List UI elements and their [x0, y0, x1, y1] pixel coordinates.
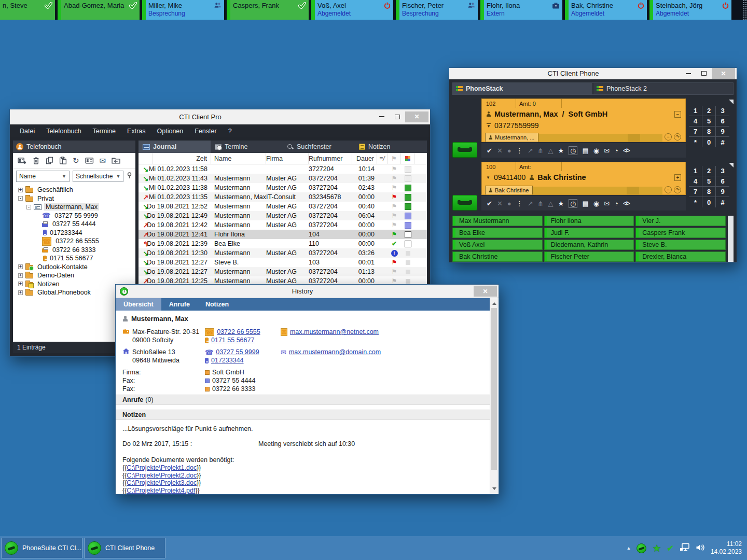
email-icon[interactable]: ✉ — [100, 157, 106, 164]
expand-icon[interactable]: + — [18, 273, 23, 278]
email-link[interactable]: max.mustermann@netnet.com — [290, 328, 379, 336]
key-1[interactable]: 1 — [689, 106, 702, 116]
col-rufnummer[interactable]: Rufnummer — [309, 153, 352, 164]
tray-network-icon[interactable] — [680, 543, 690, 553]
maximize-button[interactable] — [390, 111, 405, 122]
key-#[interactable]: # — [716, 137, 729, 147]
contact-card-icon[interactable]: ▤ — [582, 200, 588, 207]
tray-check-icon[interactable]: ✔ — [667, 543, 674, 553]
journal-row[interactable]: ↗Mi 01.02.2023 11:35Mustermann, MaxIT-Co… — [139, 192, 427, 202]
tree-item[interactable]: +Demo-Daten — [13, 271, 135, 280]
key-#[interactable]: # — [716, 197, 729, 207]
accept-icon[interactable]: ✔ — [487, 147, 492, 155]
clock[interactable]: 11:02 14.02.2023 — [711, 540, 742, 556]
phone-number-link[interactable]: 017233344 — [211, 356, 244, 365]
col-dauer[interactable]: Dauer — [352, 153, 377, 164]
taskbar-button[interactable]: CTI Client Phone — [84, 538, 165, 558]
scroll-up-icon[interactable] — [490, 299, 499, 307]
pin-icon[interactable] — [127, 172, 132, 180]
redirect-call-button[interactable]: ↷ — [674, 186, 681, 193]
phone-number-link[interactable]: 0171 55 56677 — [211, 336, 254, 344]
presence-tile[interactable]: Miller, MikeBesprechung — [142, 0, 224, 20]
key-7[interactable]: 7 — [689, 187, 702, 197]
menu-item-telefonbuch[interactable]: Telefonbuch — [40, 128, 87, 135]
key-5[interactable]: 5 — [702, 116, 716, 127]
menu-item-?[interactable]: ? — [223, 128, 238, 135]
more-icon[interactable]: ⋮ — [516, 200, 523, 207]
minimize-button[interactable] — [681, 68, 696, 79]
tab-anrufe[interactable]: Anrufe — [161, 298, 198, 311]
tab-journal[interactable]: Journal — [139, 141, 211, 153]
contact-tile[interactable]: Judi F. — [544, 228, 634, 238]
history-icon[interactable]: ◔ — [614, 147, 618, 155]
tree-item[interactable]: 03722 66 3333 — [13, 246, 135, 255]
collapse-icon[interactable]: - — [18, 196, 23, 201]
minimize-call-button[interactable]: − — [665, 133, 672, 141]
code-icon[interactable]: </> — [623, 200, 630, 206]
history-titlebar[interactable]: History ✕ — [116, 285, 499, 298]
tray-volume-icon[interactable] — [696, 543, 705, 553]
tree-item[interactable]: 017233344 — [13, 229, 135, 237]
col-notes-icon[interactable]: ≡/ — [377, 153, 388, 164]
tab-notizen[interactable]: Notizen — [355, 141, 427, 153]
journal-row[interactable]: ↘Do 19.08.2021 12:52MustermannMuster AG0… — [139, 202, 427, 211]
col-zeit[interactable]: Zeit — [153, 153, 211, 164]
call-context-tab[interactable]: Mustermann, ... — [485, 133, 538, 142]
journal-row[interactable]: ↘Mi 01.02.2023 11:43MustermannMuster AG0… — [139, 174, 427, 183]
journal-row[interactable]: ↰Do 19.08.2021 12:39Bea Elke11000:00✔ — [139, 239, 427, 248]
tab-termine[interactable]: Termine — [211, 141, 283, 153]
contact-tile[interactable]: Bea Elke — [452, 228, 543, 238]
document-link[interactable]: C:\Projekte\Projekt3.doc — [127, 479, 197, 486]
menu-item-extras[interactable]: Extras — [121, 128, 151, 135]
key-8[interactable]: 8 — [702, 187, 716, 197]
key-9[interactable]: 9 — [716, 127, 729, 137]
col-category-icon[interactable] — [401, 153, 414, 164]
document-link[interactable]: C:\Projekte\Projekt4.pdf — [127, 487, 195, 494]
document-link[interactable]: C:\Projekte\Projekt2.doc — [127, 472, 197, 479]
collapse-call-button[interactable]: − — [674, 111, 681, 118]
phone-number-link[interactable]: 03722 66 5555 — [217, 328, 260, 336]
col-direction[interactable] — [139, 153, 153, 164]
journal-row[interactable]: ↘Mi 01.02.2023 11:38MustermannMuster AG0… — [139, 183, 427, 192]
presence-tile[interactable]: Voß, AxelAbgemeldet — [311, 0, 393, 20]
journal-row[interactable]: ↘Do 19.08.2021 12:30MustermannMuster AG0… — [139, 248, 427, 258]
tree-item[interactable]: 03727 55 9999 — [13, 212, 135, 220]
contact-tile[interactable]: Diedemann, Kathrin — [544, 240, 634, 250]
key-3[interactable]: 3 — [716, 106, 729, 116]
menu-item-optionen[interactable]: Optionen — [151, 128, 189, 135]
chevron-down-icon[interactable]: ▼ — [486, 175, 490, 180]
code-icon[interactable]: </> — [623, 147, 630, 153]
tab-ubersicht[interactable]: Übersicht — [116, 298, 161, 311]
minimize-call-button[interactable]: − — [665, 186, 672, 193]
close-button[interactable]: ✕ — [712, 68, 735, 79]
pro-titlebar[interactable]: CTI Client Pro ✕ — [10, 109, 430, 124]
menu-item-datei[interactable]: Datei — [14, 128, 40, 135]
collapse-icon[interactable]: - — [26, 205, 31, 209]
expand-icon[interactable]: + — [18, 188, 23, 192]
contact-card-icon[interactable]: ▤ — [582, 147, 588, 155]
redirect-icon[interactable]: ↗ — [528, 147, 533, 155]
key-7[interactable]: 7 — [689, 127, 702, 137]
expand-icon[interactable]: + — [18, 290, 23, 295]
delete-icon[interactable] — [32, 157, 40, 164]
quick-search-select[interactable]: Schnellsuche ▼ — [73, 171, 123, 182]
key-5[interactable]: 5 — [702, 176, 716, 187]
key-*[interactable]: * — [689, 197, 702, 207]
taskbar-button[interactable]: PhoneSuite CTI Cl... — [1, 538, 82, 558]
menu-item-fenster[interactable]: Fenster — [189, 128, 222, 135]
key-4[interactable]: 4 — [689, 116, 702, 127]
journal-row[interactable]: ↘Do 19.08.2021 12:49MustermannMuster AG0… — [139, 211, 427, 220]
key-*[interactable]: * — [689, 137, 702, 147]
contact-tile[interactable]: Max Mustermann — [452, 216, 543, 226]
expand-icon[interactable]: + — [18, 282, 23, 286]
menu-item-termine[interactable]: Termine — [87, 128, 121, 135]
tree-item[interactable]: -Mustermann, Max — [13, 203, 135, 212]
maximize-button[interactable] — [696, 68, 712, 79]
phone-number-link[interactable]: 03727 55 9999 — [216, 348, 259, 356]
presence-tile[interactable]: Bak, ChristineAbgemeldet — [565, 0, 647, 20]
key-0[interactable]: 0 — [702, 197, 716, 207]
history-icon[interactable]: ◔ — [614, 200, 618, 207]
name-filter-select[interactable]: Name ▼ — [16, 171, 70, 182]
call-context-tab[interactable]: Bak Christine — [485, 186, 533, 194]
tree-item[interactable]: +Geschäftlich — [13, 186, 135, 194]
